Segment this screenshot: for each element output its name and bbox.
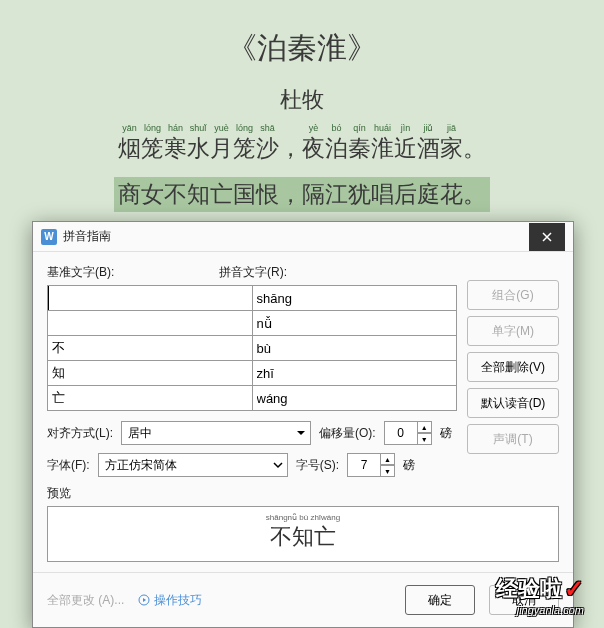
- pinyin-text-input[interactable]: [253, 286, 457, 310]
- offset-up-button[interactable]: ▲: [418, 421, 432, 433]
- tone-button[interactable]: 声调(T): [467, 424, 559, 454]
- base-text-input[interactable]: [48, 336, 252, 360]
- poem-char: yuè月: [210, 123, 233, 163]
- poem-char: bó泊: [325, 123, 348, 163]
- pinyin-text-input[interactable]: [253, 361, 457, 385]
- dialog-footer: 全部更改 (A)... 操作技巧 确定 取消: [33, 572, 573, 627]
- poem-char: qín秦: [348, 123, 371, 163]
- poem-char: lóng笼: [233, 123, 256, 163]
- align-select[interactable]: 居中: [121, 421, 311, 445]
- preview-box: shāngnǚ bù zhīwáng 不知亡: [47, 506, 559, 562]
- table-row: [48, 286, 457, 311]
- table-row: [48, 386, 457, 411]
- poem-char: lóng笼: [141, 123, 164, 163]
- pinyin-text-input[interactable]: [253, 311, 457, 335]
- poem-title: 《泊秦淮》: [0, 28, 604, 69]
- table-row: [48, 361, 457, 386]
- base-text-input[interactable]: [48, 286, 252, 310]
- play-circle-icon: [138, 594, 150, 606]
- checkmark-icon: ✓: [564, 575, 584, 603]
- poem-char: shuǐ水: [187, 123, 210, 163]
- pinyin-text-input[interactable]: [253, 336, 457, 360]
- poem-char: jiǔ酒: [417, 123, 440, 163]
- table-row: [48, 336, 457, 361]
- pinyin-text-label: 拼音文字(R):: [219, 264, 287, 281]
- close-icon: [542, 232, 552, 242]
- font-select[interactable]: 方正仿宋简体: [98, 453, 288, 477]
- poem-line-2-highlighted: 商女不知亡国恨，隔江犹唱后庭花。: [114, 177, 490, 212]
- size-input[interactable]: [347, 453, 381, 477]
- poem-char: yān烟: [118, 123, 141, 163]
- poem-char: hán寒: [164, 123, 187, 163]
- align-label: 对齐方式(L):: [47, 425, 113, 442]
- poem-line-1: yān烟lóng笼hán寒shuǐ水yuè月lóng笼shā沙，yè夜bó泊qí…: [0, 123, 604, 163]
- offset-unit: 磅: [440, 425, 452, 442]
- poem-char: jiā家: [440, 123, 463, 163]
- character-pinyin-table: [47, 285, 457, 411]
- app-icon: W: [41, 229, 57, 245]
- size-label: 字号(S):: [296, 457, 339, 474]
- pinyin-text-input[interactable]: [253, 386, 457, 410]
- offset-input[interactable]: [384, 421, 418, 445]
- base-text-input[interactable]: [48, 386, 252, 410]
- base-text-input[interactable]: [48, 311, 252, 335]
- all-change-link[interactable]: 全部更改 (A)...: [47, 592, 124, 609]
- base-text-label: 基准文字(B):: [47, 264, 219, 281]
- poem-char: shā沙: [256, 123, 279, 163]
- close-button[interactable]: [529, 223, 565, 251]
- delete-all-button[interactable]: 全部删除(V): [467, 352, 559, 382]
- single-char-button[interactable]: 单字(M): [467, 316, 559, 346]
- base-text-input[interactable]: [48, 361, 252, 385]
- tips-link[interactable]: 操作技巧: [138, 592, 202, 609]
- offset-label: 偏移量(O):: [319, 425, 376, 442]
- font-label: 字体(F):: [47, 457, 90, 474]
- watermark: 经验啦✓ jingyanla.com: [496, 574, 584, 616]
- ok-button[interactable]: 确定: [405, 585, 475, 615]
- default-reading-button[interactable]: 默认读音(D): [467, 388, 559, 418]
- poem-char: huái淮: [371, 123, 394, 163]
- dialog-title: 拼音指南: [63, 228, 111, 245]
- table-row: [48, 311, 457, 336]
- poem-section: 《泊秦淮》 杜牧 yān烟lóng笼hán寒shuǐ水yuè月lóng笼shā沙…: [0, 0, 604, 212]
- combine-button[interactable]: 组合(G): [467, 280, 559, 310]
- dialog-titlebar: W 拼音指南: [33, 222, 573, 252]
- offset-down-button[interactable]: ▼: [418, 433, 432, 445]
- size-down-button[interactable]: ▼: [381, 465, 395, 477]
- poem-char: yè夜: [302, 123, 325, 163]
- poem-author: 杜牧: [0, 85, 604, 115]
- preview-hanzi: 不知亡: [48, 522, 558, 552]
- size-unit: 磅: [403, 457, 415, 474]
- pinyin-guide-dialog: W 拼音指南 基准文字(B): 拼音文字(R): 对齐方式(L): 居中: [32, 221, 574, 628]
- chevron-down-icon: [296, 428, 306, 438]
- chevron-down-icon: [273, 460, 283, 470]
- preview-pinyin: shāngnǚ bù zhīwáng: [48, 513, 558, 522]
- preview-label: 预览: [47, 485, 559, 502]
- size-up-button[interactable]: ▲: [381, 453, 395, 465]
- poem-char: jìn近: [394, 123, 417, 163]
